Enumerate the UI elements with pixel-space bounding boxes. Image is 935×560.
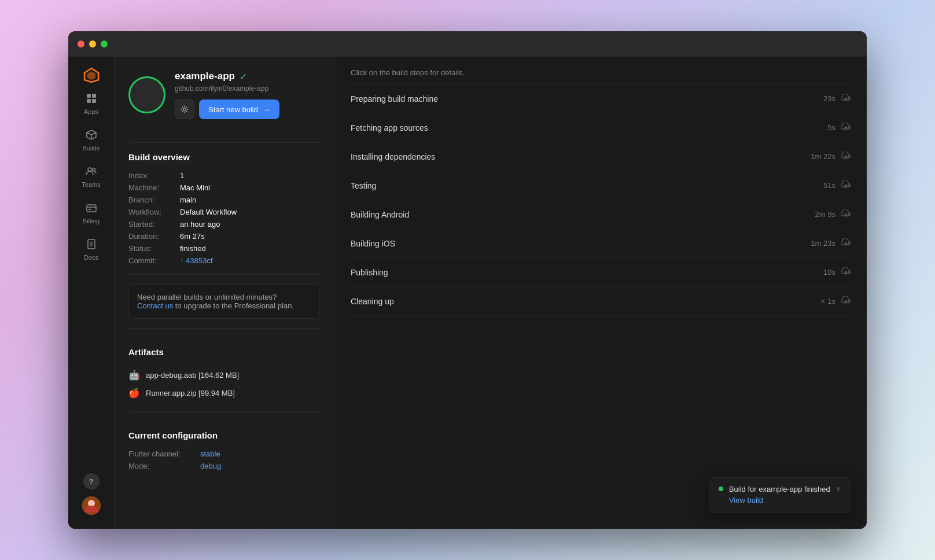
artifact-android-name: app-debug.aab [164.62 MB] [146, 371, 239, 380]
sidebar-item-apps[interactable]: Apps [73, 87, 110, 121]
toast-view-build-link[interactable]: View build [729, 496, 763, 504]
mode-value[interactable]: debug [200, 462, 221, 470]
settings-button[interactable] [175, 100, 194, 119]
step-preparing-build-machine[interactable]: Preparing build machine 23s [351, 84, 851, 113]
sidebar-item-teams[interactable]: Teams [73, 160, 110, 194]
step-name-5: Building Android [351, 210, 409, 219]
step-meta-2: 5s [827, 123, 851, 132]
divider-2 [128, 274, 320, 275]
divider-3 [128, 328, 320, 329]
config-mode-row: Mode: debug [128, 462, 320, 470]
step-fetching-app-sources[interactable]: Fetching app sources 5s [351, 113, 851, 142]
billing-icon [86, 202, 97, 215]
step-time-2: 5s [827, 123, 835, 132]
step-installing-dependencies[interactable]: Installing dependencies 1m 22s [351, 142, 851, 171]
nav-bottom: ? [82, 473, 101, 520]
svg-marker-1 [87, 71, 95, 80]
step-meta-8: < 1s [821, 296, 851, 306]
close-button[interactable] [78, 40, 84, 47]
artifact-android[interactable]: 🤖 app-debug.aab [164.62 MB] [128, 366, 320, 384]
apps-label: Apps [84, 108, 98, 115]
divider-4 [128, 411, 320, 412]
artifacts-section: Artifacts 🤖 app-debug.aab [164.62 MB] 🍎 … [128, 347, 320, 402]
right-panel: Click on the build steps for details. Pr… [334, 57, 867, 529]
step-time-3: 1m 22s [811, 152, 835, 161]
step-building-android[interactable]: Building Android 2m 9s [351, 200, 851, 229]
step-time-4: 51s [823, 181, 835, 190]
flutter-channel-value[interactable]: stable [200, 450, 220, 458]
avatar[interactable] [82, 496, 101, 515]
step-name-1: Preparing build machine [351, 94, 438, 104]
step-meta-3: 1m 22s [811, 152, 851, 161]
workflow-label: Workflow: [128, 208, 178, 216]
arrow-icon: → [263, 105, 270, 114]
step-name-4: Testing [351, 181, 376, 190]
sidebar-item-docs[interactable]: Docs [73, 233, 110, 267]
sidebar: Apps Builds [68, 57, 115, 529]
minimize-button[interactable] [89, 40, 96, 47]
svg-rect-5 [92, 99, 96, 103]
title-bar [68, 31, 867, 57]
start-new-build-button[interactable]: Start new build → [199, 100, 279, 119]
build-overview-section: Build overview Index: 1 Machine: Mac Min… [128, 152, 320, 265]
svg-rect-4 [87, 99, 91, 103]
svg-rect-3 [92, 94, 96, 98]
billing-label: Billing [83, 218, 100, 224]
logo[interactable] [82, 66, 101, 87]
maximize-button[interactable] [101, 40, 108, 47]
upgrade-text: Need parallel builds or unlimited minute… [137, 293, 277, 301]
step-testing[interactable]: Testing 51s [351, 171, 851, 200]
build-started-row: Started: an hour ago [128, 220, 320, 229]
apps-icon [86, 93, 97, 106]
nav-items: Apps Builds [73, 87, 110, 473]
index-label: Index: [128, 171, 178, 180]
app-github-url: github.com/ilyin0/example-app [175, 84, 279, 93]
help-button[interactable]: ? [83, 473, 100, 489]
left-panel: example-app ✓ github.com/ilyin0/example-… [115, 57, 334, 529]
started-value: an hour ago [180, 220, 220, 229]
step-building-ios[interactable]: Building iOS 1m 23s [351, 229, 851, 258]
app-header: example-app ✓ github.com/ilyin0/example-… [128, 71, 320, 119]
step-name-6: Building iOS [351, 239, 395, 248]
build-index-row: Index: 1 [128, 171, 320, 180]
cloud-icon-7 [841, 267, 851, 277]
toast-notification: Build for example-app finished View buil… [709, 477, 851, 513]
apple-icon: 🍎 [128, 388, 140, 399]
cloud-icon-3 [841, 152, 851, 161]
toast-close-button[interactable]: × [836, 485, 841, 493]
branch-label: Branch: [128, 196, 178, 204]
build-steps: Preparing build machine 23s Fetching a [351, 84, 851, 517]
step-name-8: Cleaning up [351, 297, 394, 306]
action-buttons: Start new build → [175, 100, 279, 119]
build-overview-title: Build overview [128, 152, 320, 162]
step-meta-4: 51s [823, 180, 851, 190]
teams-label: Teams [82, 181, 100, 188]
step-meta-6: 1m 23s [811, 238, 851, 248]
step-publishing[interactable]: Publishing 10s [351, 258, 851, 287]
svg-rect-9 [87, 205, 96, 212]
duration-label: Duration: [128, 232, 178, 241]
step-cleaning-up[interactable]: Cleaning up < 1s [351, 287, 851, 316]
contact-us-link[interactable]: Contact us [137, 301, 173, 310]
teams-icon [86, 165, 97, 179]
step-time-7: 10s [823, 268, 835, 277]
toast-content: Build for example-app finished View buil… [729, 485, 830, 505]
app-info: example-app ✓ github.com/ilyin0/example-… [175, 71, 279, 119]
toast-title: Build for example-app finished [729, 485, 830, 493]
status-value: finished [180, 244, 206, 253]
build-hint: Click on the build steps for details. [351, 68, 851, 77]
flutter-channel-label: Flutter channel: [128, 450, 198, 458]
sidebar-item-builds[interactable]: Builds [73, 123, 110, 157]
commit-value[interactable]: ↑ 43853cf [180, 256, 212, 265]
step-time-8: < 1s [821, 297, 835, 305]
step-time-6: 1m 23s [811, 239, 835, 248]
app-name: example-app [175, 71, 235, 82]
workflow-value: Default Workflow [180, 208, 237, 216]
machine-label: Machine: [128, 183, 178, 192]
cloud-icon-8 [841, 296, 851, 306]
artifact-ios[interactable]: 🍎 Runner.app.zip [99.94 MB] [128, 384, 320, 402]
sidebar-item-billing[interactable]: Billing [73, 196, 110, 230]
step-meta-1: 23s [823, 94, 851, 104]
build-branch-row: Branch: main [128, 196, 320, 204]
upgrade-suffix: to upgrade to the Professional plan. [175, 301, 294, 310]
